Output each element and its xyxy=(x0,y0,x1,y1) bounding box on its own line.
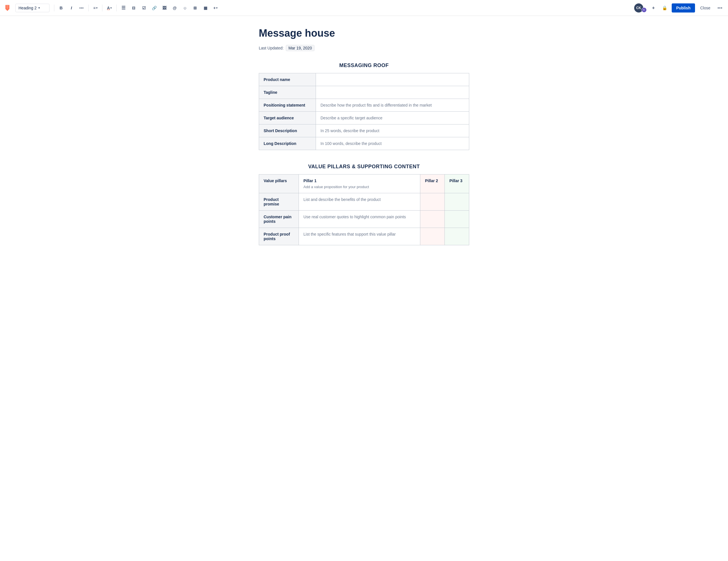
row-value-product-name[interactable] xyxy=(316,73,469,86)
row-value-audience[interactable]: Describe a specific target audience xyxy=(316,112,469,125)
italic-button[interactable]: I xyxy=(67,3,76,13)
last-updated-label: Last Updated: xyxy=(259,46,284,50)
toolbar-right: CK C + 🔒 Publish Close ••• xyxy=(634,3,725,13)
table-row: Long Description In 100 words, describe … xyxy=(259,137,469,150)
toolbar: Heading 2 ▾ B I ••• ≡ ▾ A ▾ ☰ ⊟ ☑ 🔗 xyxy=(0,0,728,16)
pillar-3-cell-1[interactable]: Pillar 3 xyxy=(445,175,469,193)
table-row: Value pillars Pillar 1 Add a value propo… xyxy=(259,175,469,193)
task-button[interactable]: ☑ xyxy=(139,3,148,13)
table-row: Product name xyxy=(259,73,469,86)
pillars-row-header-3[interactable]: Customer pain points xyxy=(259,211,299,228)
more-options-icon: ••• xyxy=(717,6,723,10)
mention-button[interactable]: @ xyxy=(170,3,179,13)
heading-dropdown-chevron: ▾ xyxy=(38,6,40,9)
messaging-roof-table: Product name Tagline Positioning stateme… xyxy=(259,73,469,150)
pillar-1-cell-3[interactable]: Use real customer quotes to highlight co… xyxy=(299,211,420,228)
table-row: Positioning statement Describe how the p… xyxy=(259,99,469,112)
avatar-sub-badge: C xyxy=(642,7,647,13)
app-logo xyxy=(3,4,11,12)
publish-button[interactable]: Publish xyxy=(672,3,695,13)
toolbar-divider-1 xyxy=(54,5,54,11)
heading-style-dropdown[interactable]: Heading 2 ▾ xyxy=(15,4,49,12)
heading-style-label: Heading 2 xyxy=(18,6,37,10)
row-value-positioning[interactable]: Describe how the product fits and is dif… xyxy=(316,99,469,112)
layout-icon: ▦ xyxy=(204,6,207,10)
pillar-3-cell-4[interactable] xyxy=(445,228,469,245)
row-label-positioning[interactable]: Positioning statement xyxy=(259,99,316,112)
pillar-2-cell-4[interactable] xyxy=(420,228,445,245)
image-icon: 🖼 xyxy=(162,6,166,10)
bold-icon: B xyxy=(60,5,63,10)
pillars-row-header-1[interactable]: Value pillars xyxy=(259,175,299,193)
pillar-3-cell-2[interactable] xyxy=(445,193,469,211)
close-label: Close xyxy=(700,6,710,10)
more-format-button[interactable]: ••• xyxy=(77,3,86,13)
value-pillars-heading: VALUE PILLARS & SUPPORTING CONTENT xyxy=(259,164,469,170)
emoji-icon: ☺ xyxy=(183,6,187,10)
align-icon: ≡ xyxy=(93,6,96,10)
insert-chevron-icon: ▾ xyxy=(216,7,218,9)
text-color-chevron-icon: ▾ xyxy=(110,7,112,9)
task-icon: ☑ xyxy=(142,6,146,10)
pillar-3-title: Pillar 3 xyxy=(449,179,464,183)
pillar-2-title: Pillar 2 xyxy=(425,179,440,183)
pillar-1-promise-hint: List and describe the benefits of the pr… xyxy=(303,197,381,202)
layout-button[interactable]: ▦ xyxy=(201,3,210,13)
pillar-2-cell-3[interactable] xyxy=(420,211,445,228)
pillar-1-cell-2[interactable]: List and describe the benefits of the pr… xyxy=(299,193,420,211)
pillar-2-cell-2[interactable] xyxy=(420,193,445,211)
row-label-long-desc[interactable]: Long Description xyxy=(259,137,316,150)
bullet-list-button[interactable]: ☰ xyxy=(119,3,128,13)
page-title[interactable]: Message house xyxy=(259,27,469,39)
text-color-button[interactable]: A ▾ xyxy=(105,3,114,13)
table-row: Short Description In 25 words, describe … xyxy=(259,125,469,137)
table-icon: ⊞ xyxy=(193,6,197,10)
table-row: Customer pain points Use real customer q… xyxy=(259,211,469,228)
insert-icon: + xyxy=(213,6,216,10)
avatar-initials: CK xyxy=(636,6,641,10)
toolbar-divider-2 xyxy=(88,5,89,11)
numbered-list-button[interactable]: ⊟ xyxy=(129,3,138,13)
pillar-1-cell-1[interactable]: Pillar 1 Add a value proposition for you… xyxy=(299,175,420,193)
pillar-3-cell-3[interactable] xyxy=(445,211,469,228)
row-value-short-desc[interactable]: In 25 words, describe the product xyxy=(316,125,469,137)
invite-button[interactable]: + xyxy=(649,3,658,13)
toolbar-divider-3 xyxy=(102,5,102,11)
value-pillars-table: Value pillars Pillar 1 Add a value propo… xyxy=(259,174,469,245)
last-updated-date[interactable]: Mar 19, 2020 xyxy=(286,45,315,51)
row-value-tagline[interactable] xyxy=(316,86,469,99)
align-button[interactable]: ≡ ▾ xyxy=(91,3,100,13)
lock-button[interactable]: 🔒 xyxy=(660,3,669,13)
pillars-row-header-2[interactable]: Product promise xyxy=(259,193,299,211)
bullet-list-icon: ☰ xyxy=(121,5,125,11)
messaging-roof-heading: MESSAGING ROOF xyxy=(259,63,469,69)
image-button[interactable]: 🖼 xyxy=(160,3,169,13)
bold-button[interactable]: B xyxy=(57,3,66,13)
row-label-product-name[interactable]: Product name xyxy=(259,73,316,86)
numbered-list-icon: ⊟ xyxy=(132,6,135,10)
link-button[interactable]: 🔗 xyxy=(150,3,159,13)
close-button[interactable]: Close xyxy=(697,4,713,12)
insert-button[interactable]: + ▾ xyxy=(211,3,220,13)
more-format-icon: ••• xyxy=(79,6,84,10)
emoji-button[interactable]: ☺ xyxy=(180,3,189,13)
pillars-row-header-4[interactable]: Product proof points xyxy=(259,228,299,245)
more-options-button[interactable]: ••• xyxy=(715,3,725,13)
invite-icon: + xyxy=(652,5,655,11)
lock-icon: 🔒 xyxy=(662,5,667,11)
row-value-long-desc[interactable]: In 100 words, describe the product xyxy=(316,137,469,150)
row-label-tagline[interactable]: Tagline xyxy=(259,86,316,99)
publish-label: Publish xyxy=(676,6,691,10)
row-label-audience[interactable]: Target audience xyxy=(259,112,316,125)
avatar-sub-label: C xyxy=(643,9,645,11)
table-row: Product promise List and describe the be… xyxy=(259,193,469,211)
row-label-short-desc[interactable]: Short Description xyxy=(259,125,316,137)
pillar-1-cell-4[interactable]: List the specific features that support … xyxy=(299,228,420,245)
link-icon: 🔗 xyxy=(152,6,157,10)
table-button[interactable]: ⊞ xyxy=(191,3,200,13)
pillar-1-sub: Add a value proposition for your product xyxy=(303,185,415,189)
avatar-group: CK C xyxy=(634,3,647,13)
pillar-2-cell-1[interactable]: Pillar 2 xyxy=(420,175,445,193)
text-color-icon: A xyxy=(107,6,110,10)
toolbar-divider-4 xyxy=(116,5,117,11)
